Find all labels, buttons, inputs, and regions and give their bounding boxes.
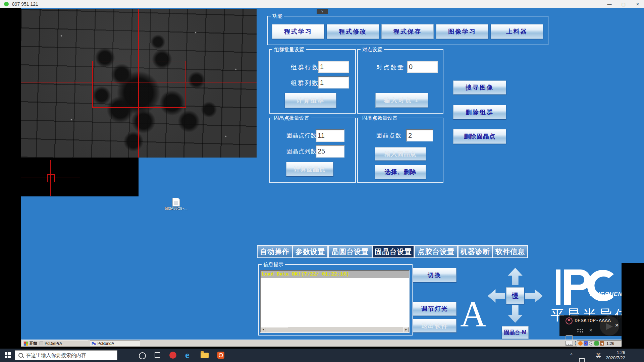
die-batch-label: 固晶点批量设置 [272, 114, 311, 122]
taskbar-clock[interactable]: 1:26 2020/7/22 [604, 350, 625, 361]
program-save-button[interactable]: 程式保存 [381, 24, 434, 39]
message-line[interactable]: Load Data OK!(7/22/ 01:22:16) [261, 271, 409, 278]
close-button[interactable]: ✕ [633, 0, 643, 8]
message-listbox[interactable]: Load Data OK!(7/22/ 01:22:16) ◄ ► [260, 270, 410, 333]
collapse-chevron-button[interactable]: ˅ [317, 9, 328, 14]
minimize-button[interactable]: — [604, 0, 614, 8]
program-learn-button[interactable]: 程式学习 [272, 24, 324, 39]
chevron-down-icon: ˅ [321, 10, 323, 13]
task-pcbonda[interactable]: Pc PcBondA [90, 341, 140, 346]
tab-auto-operation[interactable]: 自动操作 [257, 245, 292, 258]
pingchen-text: PINGCHEN [590, 291, 623, 298]
ime-language-indicator[interactable]: 英 [596, 352, 601, 360]
pc-logo-icon [554, 267, 621, 308]
die-stage-m-button[interactable]: 固晶台-M [502, 326, 529, 339]
image-learn-button[interactable]: 图像学习 [436, 24, 488, 39]
taskbar-date: 2020/7/22 [604, 355, 625, 361]
calc-die-button[interactable]: 计算固晶点 [286, 162, 333, 176]
die-rows-label: 固晶点行数 [286, 132, 317, 139]
keyboard-icon[interactable] [566, 341, 573, 346]
search-icon [18, 353, 23, 358]
tray-green-icon[interactable] [594, 341, 599, 346]
pcbonda-icon: Pc [92, 342, 96, 346]
group-batch-label: 组群批量设置 [272, 46, 306, 53]
tray-clock-icon[interactable]: ◔ [589, 341, 593, 346]
task-pcdiepra-label: PcDiePrA [45, 341, 62, 346]
tab-parameter-settings[interactable]: 参数设置 [292, 245, 328, 258]
input-align-point-button[interactable]: 输入对点 1 [375, 93, 428, 108]
search-image-button[interactable]: 搜寻图像 [453, 80, 506, 95]
pcdiepra-icon [40, 342, 43, 345]
desktop-shortcut-label: 583A55C9~... [161, 206, 191, 210]
select-delete-button[interactable]: 选择、删除 [375, 165, 426, 179]
taskbar-search[interactable]: 在这里输入你要搜索的内容 [15, 350, 117, 360]
scroll-left-button[interactable]: ◄ [261, 327, 266, 332]
search-placeholder: 在这里输入你要搜索的内容 [26, 352, 86, 359]
close-overlay-icon[interactable]: ✕ [589, 328, 593, 333]
device-name: DESKTOP-AAAA [575, 318, 611, 324]
group-cols-label: 组群列数 [291, 79, 319, 87]
switch-button[interactable]: 切换 [413, 268, 457, 282]
orange-app-icon[interactable] [217, 352, 224, 359]
jog-speed-button[interactable]: 慢 [506, 287, 524, 304]
record-app-icon[interactable] [169, 352, 176, 359]
network-display-icon[interactable] [579, 358, 585, 362]
die-count-input[interactable] [406, 129, 433, 141]
window-title: 897 951 121 [12, 1, 38, 7]
group-rows-input[interactable] [318, 61, 349, 73]
tray-network-error-icon[interactable]: ✕ [584, 341, 588, 346]
horizontal-scrollbar[interactable]: ◄ ► [261, 327, 409, 332]
align-count-label: 对点数量 [376, 63, 405, 71]
xp-start-button[interactable]: 开始 [22, 341, 39, 346]
file-explorer-icon[interactable] [201, 353, 209, 358]
die-cols-input[interactable] [316, 145, 344, 158]
tab-die-stage[interactable]: 固晶台设置 [372, 245, 414, 258]
die-cols-label: 固晶点列数 [286, 147, 317, 155]
task-pcdiepra[interactable]: PcDiePrA [38, 341, 88, 346]
cortana-icon[interactable] [139, 352, 146, 359]
group-cols-input[interactable] [318, 76, 349, 88]
scroll-right-button[interactable]: ► [404, 327, 409, 332]
scrollbar-thumb[interactable] [266, 327, 288, 332]
maximize-button[interactable]: ▢ [619, 0, 629, 8]
grid-menu-icon[interactable] [577, 328, 584, 333]
adjust-light-button[interactable]: 调节灯光 [413, 302, 457, 316]
big-letter-a: A [460, 298, 486, 331]
secondary-camera-strip [21, 158, 139, 196]
desktop-shortcut[interactable]: 583A55C9~... [161, 198, 191, 210]
selection-rectangle [92, 61, 186, 108]
delete-die-button[interactable]: 删除固晶点 [453, 129, 506, 144]
feeder-button[interactable]: 上料器 [491, 24, 543, 39]
recording-dot-icon [4, 2, 9, 6]
delete-group-button[interactable]: 删除组群 [453, 105, 506, 119]
program-modify-button[interactable]: 程式修改 [327, 24, 379, 39]
die-rows-input[interactable] [316, 129, 344, 142]
die-count-field-label: 固晶点数 [376, 132, 402, 139]
tab-dispense-stage[interactable]: 点胶台设置 [414, 245, 458, 258]
group-rows-label: 组群行数 [291, 63, 319, 71]
die-count-settings: 固晶点数量设置 固晶点数 输入固晶点 选择、删除 [357, 118, 443, 183]
edge-browser-icon[interactable]: e [185, 351, 189, 360]
user-icon [566, 317, 573, 324]
station-tabs: 自动操作 参数设置 晶圆台设置 固晶台设置 点胶台设置 机器诊断 软件信息 [257, 245, 528, 258]
expand-icon[interactable]: » [615, 321, 619, 328]
align-point-label: 对点设置 [361, 46, 384, 53]
align-point-settings: 对点设置 对点数量 输入对点 1 [357, 49, 443, 114]
exit-software-button[interactable]: 退出软件 [413, 319, 457, 333]
tray-speaker-icon[interactable]: ◀ [600, 341, 604, 346]
calc-group-button[interactable]: 计算组群 [285, 93, 336, 108]
camera-view[interactable] [21, 9, 257, 158]
tray-orange-icon[interactable] [578, 341, 583, 346]
orange-app-glyph [219, 353, 223, 357]
align-count-input[interactable] [407, 61, 438, 73]
input-die-button[interactable]: 输入固晶点 [375, 147, 426, 161]
function-group-label: 功能 [271, 12, 284, 20]
app-taskbar: 开始 PcDiePrA Pc PcBondA ( ✕ ◔ ◀ 1:26 [21, 340, 622, 347]
document-icon [172, 198, 180, 206]
tab-wafer-stage[interactable]: 晶圆台设置 [328, 245, 372, 258]
tray-expand-chevron[interactable]: ^ [570, 352, 573, 358]
tab-machine-diagnosis[interactable]: 机器诊断 [458, 245, 492, 258]
task-view-icon[interactable] [155, 352, 160, 358]
windows-start-button[interactable] [5, 352, 11, 358]
tab-software-info[interactable]: 软件信息 [492, 245, 528, 258]
